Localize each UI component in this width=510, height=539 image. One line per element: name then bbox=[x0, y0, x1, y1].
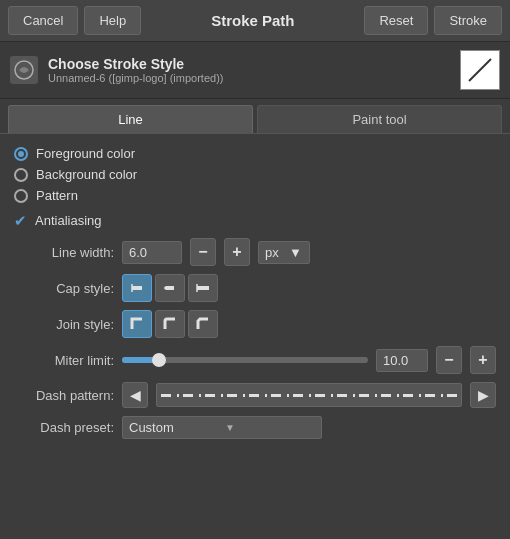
dash-preset-dropdown[interactable]: Custom ▼ bbox=[122, 416, 322, 439]
join-style-label: Join style: bbox=[14, 317, 114, 332]
line-width-plus-button[interactable]: + bbox=[224, 238, 250, 266]
cancel-button[interactable]: Cancel bbox=[8, 6, 78, 35]
join-style-row: Join style: bbox=[14, 310, 496, 338]
dash-preset-label: Dash preset: bbox=[14, 420, 114, 435]
content-panel: Foreground color Background color Patter… bbox=[0, 133, 510, 459]
cap-style-group bbox=[122, 274, 218, 302]
gimp-logo-svg bbox=[13, 59, 35, 81]
color-source-group: Foreground color Background color Patter… bbox=[14, 146, 496, 203]
help-button[interactable]: Help bbox=[84, 6, 141, 35]
svg-rect-2 bbox=[132, 286, 142, 290]
unit-label: px bbox=[261, 245, 283, 260]
radio-background-color[interactable]: Background color bbox=[14, 167, 496, 182]
radio-pattern-indicator bbox=[14, 189, 28, 203]
line-width-label: Line width: bbox=[14, 245, 114, 260]
miter-limit-slider[interactable] bbox=[122, 357, 368, 363]
miter-limit-row: Miter limit: − + bbox=[14, 346, 496, 374]
miter-limit-slider-thumb[interactable] bbox=[152, 353, 166, 367]
cap-style-round-button[interactable] bbox=[155, 274, 185, 302]
miter-limit-plus-button[interactable]: + bbox=[470, 346, 496, 374]
stroke-preview-thumbnail bbox=[460, 50, 500, 90]
join-style-bevel-button[interactable] bbox=[188, 310, 218, 338]
choose-stroke-style-title: Choose Stroke Style bbox=[48, 56, 450, 72]
miter-limit-input[interactable] bbox=[376, 349, 428, 372]
cap-style-row: Cap style: bbox=[14, 274, 496, 302]
pattern-label: Pattern bbox=[36, 188, 78, 203]
miter-limit-label: Miter limit: bbox=[14, 353, 114, 368]
dash-pattern-visual bbox=[161, 394, 457, 397]
line-width-minus-button[interactable]: − bbox=[190, 238, 216, 266]
dash-pattern-prev-button[interactable]: ◀ bbox=[122, 382, 148, 408]
tab-line[interactable]: Line bbox=[8, 105, 253, 133]
foreground-color-label: Foreground color bbox=[36, 146, 135, 161]
header-text: Choose Stroke Style Unnamed-6 ([gimp-log… bbox=[48, 56, 450, 84]
dash-preset-value: Custom bbox=[129, 420, 219, 435]
dash-pattern-preview[interactable] bbox=[156, 383, 462, 407]
svg-rect-5 bbox=[197, 286, 209, 290]
antialiasing-label: Antialiasing bbox=[35, 213, 102, 228]
join-style-miter-button[interactable] bbox=[122, 310, 152, 338]
background-color-label: Background color bbox=[36, 167, 137, 182]
toolbar-title: Stroke Path bbox=[147, 12, 358, 29]
filename-subtitle: Unnamed-6 ([gimp-logo] (imported)) bbox=[48, 72, 450, 84]
miter-limit-minus-button[interactable]: − bbox=[436, 346, 462, 374]
toolbar: Cancel Help Stroke Path Reset Stroke bbox=[0, 0, 510, 42]
check-icon: ✔ bbox=[14, 213, 27, 228]
cap-style-butt-button[interactable] bbox=[122, 274, 152, 302]
dash-pattern-row: Dash pattern: ◀ ▶ bbox=[14, 382, 496, 408]
cap-style-label: Cap style: bbox=[14, 281, 114, 296]
stroke-button[interactable]: Stroke bbox=[434, 6, 502, 35]
dash-pattern-label: Dash pattern: bbox=[14, 388, 114, 403]
join-style-round-button[interactable] bbox=[155, 310, 185, 338]
antialiasing-checkbox[interactable]: ✔ Antialiasing bbox=[14, 213, 496, 228]
preview-svg bbox=[465, 55, 495, 85]
join-style-group bbox=[122, 310, 218, 338]
tab-bar: Line Paint tool bbox=[0, 99, 510, 133]
cap-style-square-button[interactable] bbox=[188, 274, 218, 302]
radio-background-indicator bbox=[14, 168, 28, 182]
line-width-input[interactable] bbox=[122, 241, 182, 264]
tab-paint-tool[interactable]: Paint tool bbox=[257, 105, 502, 133]
gimp-icon bbox=[10, 56, 38, 84]
line-width-row: Line width: − + px ▼ bbox=[14, 238, 496, 266]
line-width-unit-select[interactable]: px ▼ bbox=[258, 241, 310, 264]
svg-rect-4 bbox=[166, 286, 174, 290]
dash-preset-row: Dash preset: Custom ▼ bbox=[14, 416, 496, 439]
svg-line-1 bbox=[469, 59, 491, 81]
dash-preset-dropdown-arrow: ▼ bbox=[225, 422, 315, 433]
header-row: Choose Stroke Style Unnamed-6 ([gimp-log… bbox=[0, 42, 510, 99]
unit-dropdown-arrow: ▼ bbox=[285, 245, 307, 260]
radio-foreground-indicator bbox=[14, 147, 28, 161]
radio-foreground-color[interactable]: Foreground color bbox=[14, 146, 496, 161]
reset-button[interactable]: Reset bbox=[364, 6, 428, 35]
dash-pattern-next-button[interactable]: ▶ bbox=[470, 382, 496, 408]
radio-pattern[interactable]: Pattern bbox=[14, 188, 496, 203]
